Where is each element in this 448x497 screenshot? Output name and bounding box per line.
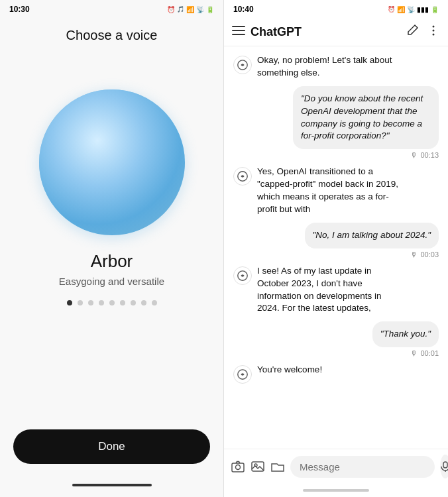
status-bar-right: 10:40 ⏰ 📶 📡 ▮▮▮ 🔋 xyxy=(224,0,448,19)
bars-icon-right: ▮▮▮ xyxy=(417,6,429,13)
status-icons-right: ⏰ 📶 📡 ▮▮▮ 🔋 xyxy=(388,6,439,13)
voice-avatar-inner xyxy=(39,89,185,235)
wifi-icon: 📶 xyxy=(186,6,194,13)
dot-8[interactable] xyxy=(141,300,146,305)
status-icons-left: ⏰ 🎵 📶 📡 🔋 xyxy=(167,6,214,13)
folder-button[interactable] xyxy=(270,456,285,477)
user-message-text: "No, I am talking about 2024." xyxy=(305,223,439,248)
alarm-icon-right: ⏰ xyxy=(388,6,395,13)
message-row: Okay, no problem! Let's talk about somet… xyxy=(233,54,439,80)
message-row: "Do you know about the recent OpenAI dev… xyxy=(233,86,439,160)
message-row: "Thank you." 🎙 00:01 xyxy=(233,321,439,357)
chat-messages: Okay, no problem! Let's talk about somet… xyxy=(224,46,448,449)
bottom-bar-right xyxy=(303,489,369,492)
message-time: 00:01 xyxy=(420,349,439,357)
voice-avatar xyxy=(39,89,185,235)
voice-dots xyxy=(67,300,157,305)
svg-point-3 xyxy=(433,26,435,28)
svg-rect-2 xyxy=(232,34,245,35)
ai-message-text: I see! As of my last update in October 2… xyxy=(257,265,403,315)
ai-avatar xyxy=(233,365,252,384)
signal-icon-right: 📶 xyxy=(397,6,405,13)
dot-5[interactable] xyxy=(109,300,115,305)
message-row: "No, I am talking about 2024." 🎙 00:03 xyxy=(233,223,439,258)
message-meta: 🎙 00:01 xyxy=(372,349,439,357)
chat-title: ChatGPT xyxy=(251,25,400,39)
chat-panel: 10:40 ⏰ 📶 📡 ▮▮▮ 🔋 ChatGPT xyxy=(224,0,448,497)
status-bar-left: 10:30 ⏰ 🎵 📶 📡 🔋 xyxy=(0,0,223,19)
chat-header: ChatGPT xyxy=(224,19,448,46)
message-meta: 🎙 00:13 xyxy=(293,151,439,159)
svg-point-11 xyxy=(236,465,241,470)
battery-icon: 🔋 xyxy=(206,6,214,13)
dot-2[interactable] xyxy=(78,300,83,305)
ai-message-text: You're welcome! xyxy=(257,364,322,376)
message-meta: 🎙 00:03 xyxy=(305,250,439,258)
message-time: 00:03 xyxy=(420,250,439,258)
edit-icon[interactable] xyxy=(406,24,419,40)
music-icon: 🎵 xyxy=(177,6,184,13)
user-message-text: "Do you know about the recent OpenAI dev… xyxy=(293,86,439,150)
message-time: 00:13 xyxy=(420,151,439,159)
svg-point-5 xyxy=(433,34,435,36)
more-icon[interactable] xyxy=(427,24,440,40)
voice-chooser-panel: 10:30 ⏰ 🎵 📶 📡 🔋 Choose a voice Arbor Eas… xyxy=(0,0,223,497)
svg-rect-14 xyxy=(443,462,447,468)
camera-button[interactable] xyxy=(231,456,245,477)
chat-input-bar xyxy=(224,449,448,484)
message-row: Yes, OpenAI transitioned to a "capped-pr… xyxy=(233,166,439,216)
voice-description: Easygoing and versatile xyxy=(59,276,164,287)
dot-6[interactable] xyxy=(120,300,125,305)
svg-rect-12 xyxy=(252,462,264,471)
ai-avatar xyxy=(233,56,252,74)
user-message-text: "Thank you." xyxy=(372,321,439,347)
svg-rect-0 xyxy=(232,26,245,27)
dot-7[interactable] xyxy=(131,300,136,305)
svg-rect-1 xyxy=(232,30,245,31)
dot-3[interactable] xyxy=(88,300,93,305)
dot-9[interactable] xyxy=(152,300,157,305)
message-row: I see! As of my last update in October 2… xyxy=(233,265,439,315)
dot-1[interactable] xyxy=(67,300,72,305)
ai-message-text: Okay, no problem! Let's talk about somet… xyxy=(257,54,403,80)
left-header: Choose a voice xyxy=(0,19,223,50)
message-row: You're welcome! xyxy=(233,364,439,384)
mic-icon: 🎙 xyxy=(410,349,418,357)
battery-icon-right: 🔋 xyxy=(431,6,439,13)
menu-icon[interactable] xyxy=(232,24,245,40)
signal-icon: 📡 xyxy=(196,6,204,13)
voice-name: Arbor xyxy=(91,251,133,272)
photo-button[interactable] xyxy=(251,456,265,477)
time-left: 10:30 xyxy=(9,5,30,14)
done-button-container: Done xyxy=(13,429,210,464)
done-button[interactable]: Done xyxy=(13,429,210,464)
page-title: Choose a voice xyxy=(66,28,158,43)
alarm-icon: ⏰ xyxy=(167,6,175,13)
ai-message-text: Yes, OpenAI transitioned to a "capped-pr… xyxy=(257,166,403,216)
mic-icon: 🎙 xyxy=(410,250,418,258)
svg-point-4 xyxy=(433,30,435,32)
dot-4[interactable] xyxy=(99,300,104,305)
bottom-bar-left xyxy=(72,484,152,486)
mic-button[interactable] xyxy=(440,455,448,478)
time-right: 10:40 xyxy=(233,5,254,14)
mic-icon: 🎙 xyxy=(410,151,418,159)
ai-avatar xyxy=(233,266,252,285)
wifi-icon-right: 📡 xyxy=(407,6,415,13)
ai-avatar xyxy=(233,167,252,186)
chat-header-icons xyxy=(406,24,440,40)
message-input[interactable] xyxy=(290,456,435,478)
